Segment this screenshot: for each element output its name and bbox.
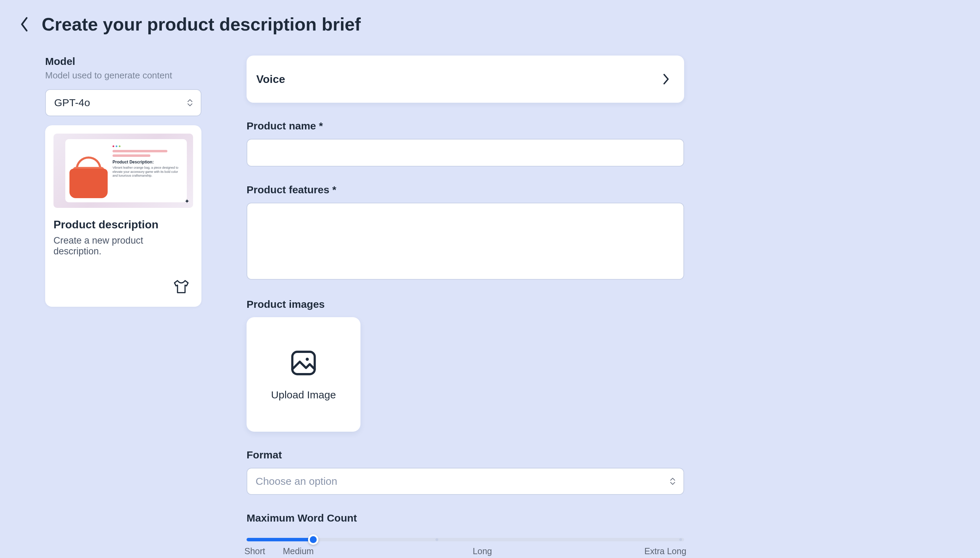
product-images-label: Product images	[247, 299, 684, 310]
format-label: Format	[247, 449, 684, 461]
voice-expand-row[interactable]: Voice	[247, 56, 684, 103]
page-title: Create your product description brief	[42, 14, 361, 35]
product-features-input[interactable]	[247, 203, 684, 280]
template-subtitle: Create a new product description.	[53, 235, 193, 257]
format-placeholder: Choose an option	[256, 475, 337, 487]
wordcount-label: Maximum Word Count	[247, 512, 684, 524]
model-select[interactable]: GPT-4o	[45, 89, 201, 116]
model-help: Model used to generate content	[45, 70, 201, 81]
form-area: Voice Product name * Product features * …	[247, 56, 684, 558]
voice-label: Voice	[256, 73, 285, 86]
slider-tick	[436, 538, 438, 541]
slider-label-long: Long	[321, 546, 645, 556]
chevron-right-icon	[662, 72, 670, 86]
bag-illustration	[69, 156, 108, 198]
svg-point-1	[306, 358, 309, 361]
product-name-label: Product name *	[247, 120, 684, 132]
format-select[interactable]: Choose an option	[247, 468, 684, 495]
product-features-label: Product features *	[247, 184, 684, 196]
image-icon	[289, 348, 319, 378]
slider-thumb[interactable]	[308, 534, 319, 545]
thumb-pd-label: Product Description:	[112, 160, 181, 164]
template-thumbnail: Product Description: Vibrant leather ora…	[53, 134, 193, 208]
tshirt-icon	[172, 277, 190, 295]
svg-rect-0	[293, 352, 315, 374]
chevron-left-icon	[20, 16, 29, 32]
model-label: Model	[45, 56, 201, 67]
back-button[interactable]	[17, 17, 31, 31]
slider-tick	[679, 538, 682, 541]
product-name-input[interactable]	[247, 139, 684, 167]
wordcount-slider[interactable]: Short Medium Long Extra Long	[247, 531, 684, 556]
sidebar: Model Model used to generate content GPT…	[45, 56, 201, 558]
slider-label-short: Short	[245, 546, 265, 556]
upload-image-button[interactable]: Upload Image	[247, 317, 360, 432]
sparkle-icon: ✦	[184, 197, 190, 205]
slider-label-extra-long: Extra Long	[644, 546, 686, 556]
model-selected-value: GPT-4o	[54, 97, 90, 108]
template-title: Product description	[53, 218, 193, 231]
thumb-pd-body: Vibrant leather orange bag, a piece desi…	[112, 166, 181, 178]
slider-fill	[247, 538, 313, 542]
slider-tick	[249, 538, 252, 541]
upload-image-label: Upload Image	[271, 389, 336, 401]
template-preview-card: Product Description: Vibrant leather ora…	[45, 125, 201, 307]
